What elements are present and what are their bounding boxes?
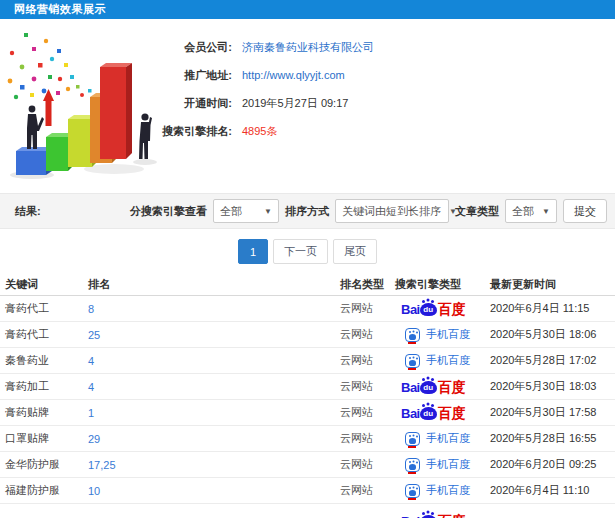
rank-link[interactable]: 1 — [88, 407, 340, 419]
filter-controls: 分搜索引擎查看 全部 ▼ 排序方式 关键词由短到长排序 ▼ 文章类型 全部 ▼ … — [130, 199, 607, 223]
marketing-effect-page: 网络营销效果展示 — [0, 0, 615, 520]
table-row: 金华防护服17,25云网站手机百度2020年6月20日 09:25 — [0, 452, 615, 478]
sort-label: 排序方式 — [285, 204, 329, 219]
engine-type-cell: 手机百度 — [395, 431, 490, 446]
engine-type-cell: Baidu百度 — [395, 302, 490, 316]
rank-link[interactable]: 8 — [88, 303, 340, 315]
update-time-cell: 2020年6月20日 09:25 — [490, 457, 615, 472]
baidu-paw-icon: du — [420, 381, 437, 394]
baidu-bai-text: Bai — [401, 381, 420, 394]
rank-count-label: 搜索引擎排名: — [0, 124, 232, 139]
header-engine-type: 搜索引擎类型 — [395, 277, 490, 292]
table-row: 膏药代工8云网站Baidu百度2020年6月4日 11:15 — [0, 296, 615, 322]
table-row: 膏药代工25云网站手机百度2020年5月30日 18:06 — [0, 322, 615, 348]
mobile-baidu-paw-icon — [405, 328, 420, 342]
promo-url-link[interactable]: http://www.qlyyjt.com — [242, 69, 345, 81]
mobile-baidu-label: 手机百度 — [426, 483, 470, 498]
baidu-bai-text: Bai — [401, 303, 420, 316]
promo-url-label: 推广地址: — [0, 68, 232, 83]
rank-type-cell: 云网站 — [340, 379, 395, 394]
info-section: 会员公司: 济南秦鲁药业科技有限公司 推广地址: http://www.qlyy… — [0, 19, 615, 193]
update-time-cell: 2020年5月30日 18:06 — [490, 327, 615, 342]
page-title: 网络营销效果展示 — [0, 0, 615, 19]
baidu-logo: Baidu百度 — [401, 380, 466, 394]
rank-type-cell: 云网站 — [340, 483, 395, 498]
update-time-cell: 2020年6月4日 11:15 — [490, 301, 615, 316]
baidu-paw-icon: du — [420, 515, 437, 518]
table-row: 福建防护服10云网站手机百度2020年6月4日 11:10 — [0, 478, 615, 504]
open-time-label: 开通时间: — [0, 96, 232, 111]
info-row-url: 推广地址: http://www.qlyyjt.com — [0, 61, 615, 89]
mobile-baidu-label: 手机百度 — [426, 327, 470, 342]
mobile-baidu-label: 手机百度 — [426, 353, 470, 368]
table-row: 秦鲁药业4云网站手机百度2020年5月28日 17:02 — [0, 348, 615, 374]
baidu-bai-text: Bai — [401, 407, 420, 420]
baidu-cn-text: 百度 — [438, 380, 466, 394]
submit-button[interactable]: 提交 — [563, 199, 607, 223]
keyword-cell: 膏药贴牌 — [5, 405, 88, 420]
mobile-baidu-paw-icon — [405, 484, 420, 498]
table-row: 膏药贴牌1云网站Baidu百度2020年5月30日 17:58 — [0, 400, 615, 426]
mobile-baidu-logo: 手机百度 — [405, 483, 470, 498]
keyword-cell: 秦鲁药业 — [5, 353, 88, 368]
baidu-paw-icon: du — [420, 303, 437, 316]
sort-value: 关键词由短到长排序 — [342, 204, 441, 219]
table-header-row: 关键词 排名 排名类型 搜索引擎类型 最新更新时间 — [0, 274, 615, 296]
update-time-cell: 2020年6月4日 11:10 — [490, 483, 615, 498]
rank-type-cell: 云网站 — [340, 431, 395, 446]
company-label: 会员公司: — [0, 40, 232, 55]
update-time-cell: 2020年5月28日 17:02 — [490, 353, 615, 368]
rank-link[interactable]: 4 — [88, 355, 340, 367]
member-info: 会员公司: 济南秦鲁药业科技有限公司 推广地址: http://www.qlyy… — [0, 33, 615, 145]
keyword-cell: 膏药代工 — [5, 327, 88, 342]
mobile-baidu-label: 手机百度 — [426, 457, 470, 472]
baidu-logo: Baidu百度 — [401, 514, 466, 518]
partial-next-row: Baidu百度 — [0, 504, 615, 518]
info-row-open-time: 开通时间: 2019年5月27日 09:17 — [0, 89, 615, 117]
open-time-value: 2019年5月27日 09:17 — [242, 96, 348, 111]
mobile-baidu-logo: 手机百度 — [405, 327, 470, 342]
keyword-cell: 福建防护服 — [5, 483, 88, 498]
table-body: 膏药代工8云网站Baidu百度2020年6月4日 11:15膏药代工25云网站手… — [0, 296, 615, 504]
mobile-baidu-paw-icon — [405, 354, 420, 368]
baidu-logo: Baidu百度 — [401, 406, 466, 420]
rank-type-cell: 云网站 — [340, 405, 395, 420]
mobile-baidu-logo: 手机百度 — [405, 353, 470, 368]
engine-type-cell: 手机百度 — [395, 483, 490, 498]
update-time-cell: 2020年5月30日 17:58 — [490, 405, 615, 420]
chevron-down-icon: ▼ — [256, 207, 272, 216]
article-type-label: 文章类型 — [455, 204, 499, 219]
rank-link[interactable]: 29 — [88, 433, 340, 445]
update-time-cell: 2020年5月30日 18:03 — [490, 379, 615, 394]
info-row-rank-count: 搜索引擎排名: 4895条 — [0, 117, 615, 145]
last-page-button[interactable]: 尾页 — [333, 239, 377, 264]
mobile-baidu-label: 手机百度 — [426, 431, 470, 446]
rank-type-cell: 云网站 — [340, 353, 395, 368]
results-table: 关键词 排名 排名类型 搜索引擎类型 最新更新时间 膏药代工8云网站Baidu百… — [0, 274, 615, 518]
mobile-baidu-logo: 手机百度 — [405, 457, 470, 472]
page-1-button[interactable]: 1 — [238, 239, 268, 264]
header-keyword: 关键词 — [5, 277, 88, 292]
rank-type-cell: 云网站 — [340, 301, 395, 316]
keyword-cell: 金华防护服 — [5, 457, 88, 472]
article-type-select[interactable]: 全部 ▼ — [505, 199, 557, 223]
engine-filter-select[interactable]: 全部 ▼ — [213, 199, 279, 223]
rank-link[interactable]: 10 — [88, 485, 340, 497]
engine-type-cell: 手机百度 — [395, 457, 490, 472]
rank-link[interactable]: 25 — [88, 329, 340, 341]
next-page-button[interactable]: 下一页 — [273, 239, 328, 264]
header-update-time: 最新更新时间 — [490, 277, 615, 292]
company-value-link[interactable]: 济南秦鲁药业科技有限公司 — [242, 40, 374, 55]
rank-link[interactable]: 4 — [88, 381, 340, 393]
sort-select[interactable]: 关键词由短到长排序 ▼ — [335, 199, 449, 223]
header-rank: 排名 — [88, 277, 340, 292]
baidu-bai-text: Bai — [401, 515, 420, 518]
engine-type-cell: 手机百度 — [395, 353, 490, 368]
engine-type-cell: Baidu百度 — [395, 380, 490, 394]
rank-link[interactable]: 17,25 — [88, 459, 340, 471]
baidu-cn-text: 百度 — [438, 514, 466, 518]
baidu-logo: Baidu百度 — [401, 302, 466, 316]
info-row-company: 会员公司: 济南秦鲁药业科技有限公司 — [0, 33, 615, 61]
engine-filter-value: 全部 — [220, 204, 242, 219]
engine-filter-label: 分搜索引擎查看 — [130, 204, 207, 219]
